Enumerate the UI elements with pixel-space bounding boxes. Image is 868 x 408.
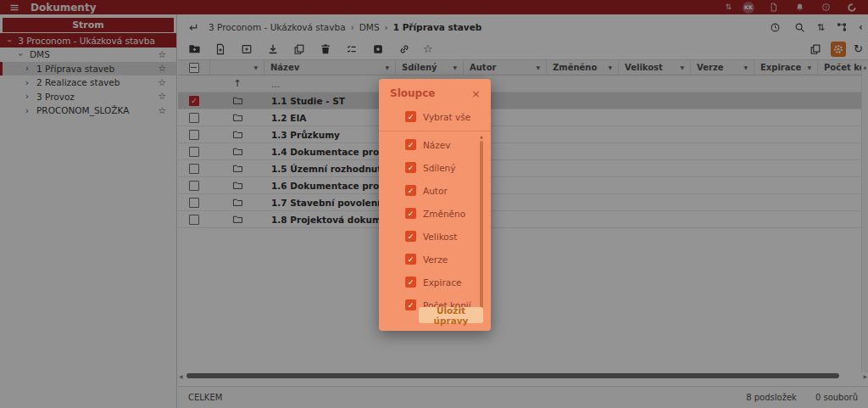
scroll-up-icon[interactable]: ▲: [480, 135, 483, 139]
column-options-list: ✓Název ✓Sdílený ✓Autor ✓Změněno ✓Velikos…: [379, 133, 491, 316]
column-option[interactable]: ✓Změněno: [379, 202, 491, 225]
close-icon[interactable]: ×: [471, 88, 481, 99]
checkbox-checked[interactable]: ✓: [405, 208, 416, 219]
dialog-divider: [379, 131, 491, 131]
scrollbar-thumb[interactable]: [480, 141, 483, 309]
app-window: Dokumenty ⇅ KK Strom › 3 Proconom - Ukáz…: [0, 0, 868, 408]
column-option[interactable]: ✓Název: [379, 133, 491, 156]
column-option[interactable]: ✓Autor: [379, 179, 491, 202]
checkbox-checked[interactable]: ✓: [405, 277, 416, 288]
checkbox-checked[interactable]: ✓: [405, 231, 416, 242]
save-changes-button[interactable]: Uložit úpravy: [419, 307, 483, 323]
checkbox-checked[interactable]: ✓: [405, 185, 416, 196]
checkbox-checked[interactable]: ✓: [405, 139, 416, 150]
checkbox-checked[interactable]: ✓: [405, 299, 416, 310]
dialog-scrollbar[interactable]: ▲ ▼: [479, 135, 484, 315]
column-option[interactable]: ✓Expirace: [379, 271, 491, 293]
dialog-title: Sloupce: [390, 87, 435, 99]
select-all-option[interactable]: ✓ Vybrat vše: [379, 105, 491, 128]
checkbox-checked[interactable]: ✓: [405, 254, 416, 265]
checkbox-checked[interactable]: ✓: [405, 162, 416, 173]
dialog-header: Sloupce ×: [379, 79, 491, 99]
column-option[interactable]: ✓Verze: [379, 248, 491, 271]
checkbox-checked[interactable]: ✓: [405, 111, 416, 122]
columns-dialog: Sloupce × ✓ Vybrat vše ✓Název ✓Sdílený ✓…: [379, 79, 491, 331]
column-option[interactable]: ✓Sdílený: [379, 156, 491, 179]
column-option[interactable]: ✓Velikost: [379, 225, 491, 248]
